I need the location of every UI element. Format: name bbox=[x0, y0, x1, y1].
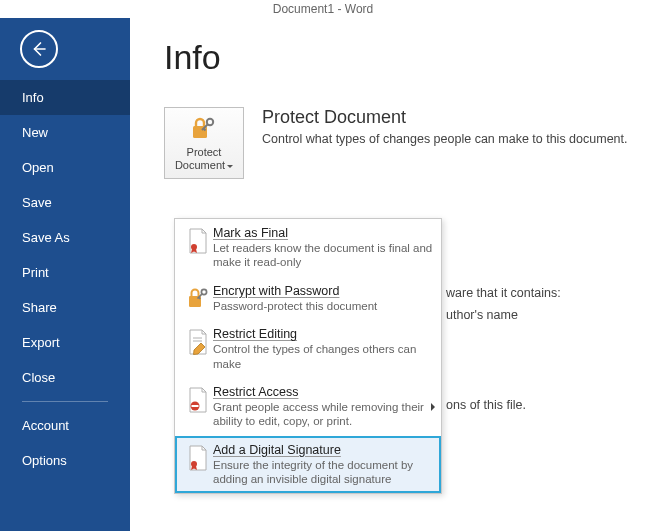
sidebar-item-export[interactable]: Export bbox=[0, 325, 130, 360]
document-pencil-icon bbox=[187, 329, 209, 355]
protect-document-menu: Mark as Final Let readers know the docum… bbox=[174, 218, 442, 494]
obscured-text-fragment: ons of this file. bbox=[446, 398, 526, 412]
protect-button-label: Protect Document bbox=[175, 146, 225, 171]
svg-line-4 bbox=[204, 128, 206, 130]
sidebar-item-options[interactable]: Options bbox=[0, 443, 130, 478]
page-heading: Info bbox=[164, 38, 646, 77]
back-button[interactable] bbox=[20, 30, 58, 68]
menu-item-add-digital-signature[interactable]: Add a Digital Signature Ensure the integ… bbox=[175, 436, 441, 494]
menu-item-desc: Password-protect this document bbox=[213, 299, 433, 313]
document-ribbon-icon bbox=[187, 228, 209, 254]
sidebar-item-save-as[interactable]: Save As bbox=[0, 220, 130, 255]
sidebar-item-new[interactable]: New bbox=[0, 115, 130, 150]
protect-document-section: Protect Document Protect Document Contro… bbox=[164, 107, 646, 179]
menu-item-title: Encrypt with Password bbox=[213, 284, 433, 298]
obscured-text-fragment: ware that it contains: bbox=[446, 286, 561, 300]
menu-item-mark-as-final[interactable]: Mark as Final Let readers know the docum… bbox=[175, 219, 441, 277]
sidebar-separator bbox=[22, 401, 108, 402]
menu-item-restrict-access[interactable]: Restrict Access Grant people access whil… bbox=[175, 378, 441, 436]
menu-item-title: Restrict Access bbox=[213, 385, 433, 399]
menu-item-desc: Control the types of changes others can … bbox=[213, 342, 433, 371]
backstage-sidebar: Info New Open Save Save As Print Share E… bbox=[0, 0, 130, 531]
document-ribbon-icon bbox=[187, 445, 209, 471]
obscured-text-fragment: uthor's name bbox=[446, 308, 518, 322]
arrow-left-icon bbox=[30, 40, 48, 58]
sidebar-item-save[interactable]: Save bbox=[0, 185, 130, 220]
menu-item-title: Add a Digital Signature bbox=[213, 443, 433, 457]
sidebar-item-info[interactable]: Info bbox=[0, 80, 130, 115]
window-title: Document1 - Word bbox=[0, 0, 646, 18]
sidebar-item-print[interactable]: Print bbox=[0, 255, 130, 290]
submenu-arrow-icon bbox=[431, 403, 435, 411]
svg-line-9 bbox=[199, 297, 201, 299]
document-noentry-icon bbox=[187, 387, 209, 413]
menu-item-desc: Ensure the integrity of the document by … bbox=[213, 458, 433, 487]
protect-description: Control what types of changes people can… bbox=[262, 132, 628, 146]
lock-key-icon bbox=[189, 114, 219, 142]
protect-document-button[interactable]: Protect Document bbox=[164, 107, 244, 179]
sidebar-item-close[interactable]: Close bbox=[0, 360, 130, 395]
svg-rect-13 bbox=[192, 405, 199, 407]
sidebar-item-open[interactable]: Open bbox=[0, 150, 130, 185]
menu-item-desc: Grant people access while removing their… bbox=[213, 400, 433, 429]
sidebar-item-account[interactable]: Account bbox=[0, 408, 130, 443]
lock-key-icon bbox=[187, 286, 209, 310]
menu-item-title: Restrict Editing bbox=[213, 327, 433, 341]
protect-heading: Protect Document bbox=[262, 107, 628, 128]
menu-item-title: Mark as Final bbox=[213, 226, 433, 240]
sidebar-item-share[interactable]: Share bbox=[0, 290, 130, 325]
menu-item-encrypt-password[interactable]: Encrypt with Password Password-protect t… bbox=[175, 277, 441, 320]
menu-item-desc: Let readers know the document is final a… bbox=[213, 241, 433, 270]
chevron-down-icon bbox=[227, 165, 233, 168]
menu-item-restrict-editing[interactable]: Restrict Editing Control the types of ch… bbox=[175, 320, 441, 378]
